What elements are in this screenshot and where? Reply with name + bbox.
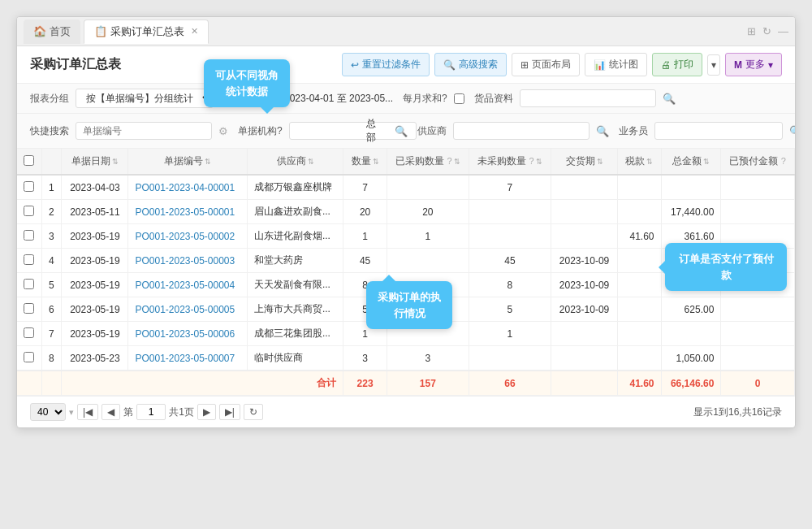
row-purchased xyxy=(387,175,469,200)
col-number[interactable]: 单据编号⇅ xyxy=(128,149,247,175)
col-supplier[interactable]: 供应商⇅ xyxy=(247,149,343,175)
row-number[interactable]: PO001-2023-05-00002 xyxy=(128,224,247,249)
row-checkbox[interactable] xyxy=(24,352,34,362)
print-button[interactable]: 🖨 打印 xyxy=(652,53,702,76)
row-tax xyxy=(618,346,661,371)
row-idx: 1 xyxy=(41,175,62,200)
monthly-checkbox[interactable] xyxy=(454,93,464,104)
more-label: 更多 xyxy=(745,58,765,72)
page-size-select[interactable]: 40 xyxy=(30,403,66,421)
chart-button[interactable]: 📊 统计图 xyxy=(585,53,647,76)
row-total xyxy=(661,175,721,200)
summary-unpurchased: 66 xyxy=(469,371,551,396)
summary-purchased: 157 xyxy=(387,371,469,396)
row-checkbox[interactable] xyxy=(24,206,34,216)
row-checkbox[interactable] xyxy=(24,327,34,338)
row-number[interactable]: PO001-2023-05-00006 xyxy=(128,322,247,346)
col-prepaid[interactable]: 已预付金额 ? xyxy=(721,149,795,175)
expand-icon[interactable]: ⊞ xyxy=(747,25,756,37)
row-delivery xyxy=(551,346,617,371)
row-number[interactable]: PO001-2023-05-00003 xyxy=(128,249,247,273)
col-purchased[interactable]: 已采购数量 ?⇅ xyxy=(387,149,469,175)
tab-bar: 🏠 首页 📋 采购订单汇总表 ✕ ⊞ ↻ — xyxy=(17,17,795,46)
supplier-filter: 供应商 🔍 xyxy=(417,122,609,140)
search-icon: 🔍 xyxy=(443,59,456,71)
row-supplier: 成都万银鑫座棋牌 xyxy=(247,175,343,200)
print-dropdown[interactable]: ▾ xyxy=(707,54,720,76)
row-date: 2023-04-03 xyxy=(62,175,128,200)
supplier-input[interactable] xyxy=(453,122,590,140)
refresh-icon[interactable]: ↻ xyxy=(762,25,771,37)
row-number[interactable]: PO001-2023-05-00001 xyxy=(128,200,247,224)
col-idx xyxy=(41,149,62,175)
row-checkbox[interactable] xyxy=(24,254,34,265)
row-number[interactable]: PO001-2023-05-00007 xyxy=(128,346,247,371)
org-search-icon[interactable]: 🔍 xyxy=(395,125,408,137)
row-purchased: 1 xyxy=(387,224,469,249)
advanced-search-button[interactable]: 🔍 高级搜索 xyxy=(434,53,507,76)
row-number[interactable]: PO001-2023-05-00005 xyxy=(128,297,247,322)
reset-filter-button[interactable]: ↩ 重置过滤条件 xyxy=(342,53,430,76)
window-actions: ⊞ ↻ — xyxy=(747,25,788,37)
row-prepaid xyxy=(721,175,795,200)
row-checkbox[interactable] xyxy=(24,181,34,192)
row-delivery xyxy=(551,200,617,224)
row-unpurchased: 1 xyxy=(469,322,551,346)
row-idx: 6 xyxy=(41,297,62,322)
select-all-checkbox[interactable] xyxy=(24,155,34,166)
row-number[interactable]: PO001-2023-04-00001 xyxy=(128,175,247,200)
col-date[interactable]: 单据日期⇅ xyxy=(62,149,128,175)
layout-button[interactable]: ⊞ 页面布局 xyxy=(512,53,580,76)
quick-input[interactable] xyxy=(76,122,212,140)
row-purchased: 3 xyxy=(387,346,469,371)
col-tax[interactable]: 税款⇅ xyxy=(618,149,661,175)
tab-purchase-summary[interactable]: 📋 采购订单汇总表 ✕ xyxy=(84,20,209,44)
row-qty: 3 xyxy=(343,346,387,371)
print-label: 打印 xyxy=(674,58,693,72)
m-icon: M xyxy=(734,59,742,71)
prev-page-button[interactable]: ◀ xyxy=(102,404,120,420)
page-input[interactable] xyxy=(136,404,166,420)
row-prepaid xyxy=(721,322,795,346)
row-number[interactable]: PO001-2023-05-00004 xyxy=(128,273,247,297)
row-unpurchased xyxy=(469,200,551,224)
row-checkbox[interactable] xyxy=(24,303,34,314)
row-qty: 20 xyxy=(343,200,387,224)
next-page-button[interactable]: ▶ xyxy=(197,404,216,420)
first-page-button[interactable]: |◀ xyxy=(77,404,98,420)
goods-label: 货品资料 xyxy=(474,92,513,106)
goods-input[interactable] xyxy=(520,89,656,107)
row-purchased: 20 xyxy=(387,200,469,224)
last-page-button[interactable]: ▶| xyxy=(219,404,240,420)
goods-search-icon[interactable]: 🔍 xyxy=(663,93,676,105)
staff-input[interactable] xyxy=(654,122,783,140)
col-total[interactable]: 总金额⇅ xyxy=(661,149,721,175)
staff-search-icon[interactable]: 🔍 xyxy=(789,125,796,137)
row-date: 2023-05-19 xyxy=(62,224,128,249)
col-unpurchased[interactable]: 未采购数量 ?⇅ xyxy=(469,149,551,175)
refresh-page-button[interactable]: ↻ xyxy=(244,404,263,420)
summary-row: 合计 223 157 66 41.60 66,146.60 0 xyxy=(17,371,795,396)
chart-label: 统计图 xyxy=(609,58,638,72)
row-idx: 5 xyxy=(41,273,62,297)
row-supplier: 天天发副食有限... xyxy=(247,273,343,297)
row-supplier: 和堂大药房 xyxy=(247,249,343,273)
table-row: 1 2023-04-03 PO001-2023-04-00001 成都万银鑫座棋… xyxy=(17,175,795,200)
row-date: 2023-05-19 xyxy=(62,297,128,322)
quick-settings-icon[interactable]: ⚙ xyxy=(218,125,228,137)
row-checkbox[interactable] xyxy=(24,230,34,241)
col-qty[interactable]: 数量⇅ xyxy=(343,149,387,175)
minus-icon[interactable]: — xyxy=(778,25,788,37)
org-label: 单据机构? xyxy=(238,124,283,138)
tab-home[interactable]: 🏠 首页 xyxy=(24,20,80,44)
row-checkbox[interactable] xyxy=(24,279,34,289)
row-supplier: 眉山鑫进欢副食... xyxy=(247,200,343,224)
col-delivery[interactable]: 交货期⇅ xyxy=(551,149,617,175)
group-select[interactable]: 按【单据编号】分组统计 xyxy=(76,89,214,108)
col-checkbox xyxy=(17,149,41,175)
row-prepaid xyxy=(721,200,795,224)
more-button[interactable]: M 更多 ▾ xyxy=(725,53,782,76)
advanced-label: 高级搜索 xyxy=(459,58,498,72)
tab-close-button[interactable]: ✕ xyxy=(191,26,198,37)
supplier-search-icon[interactable]: 🔍 xyxy=(596,125,609,137)
